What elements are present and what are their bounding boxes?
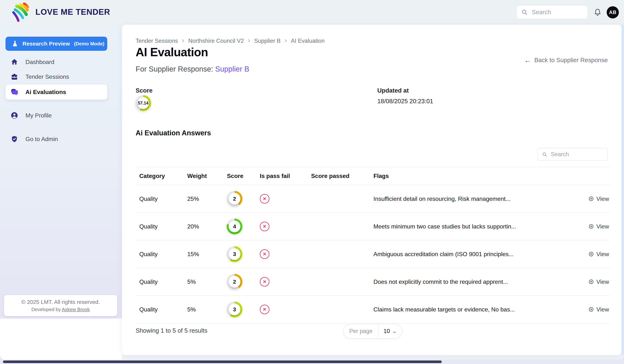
app-shell: LOVE ME TENDER AB Research Preview (Demo…	[0, 0, 624, 360]
table-footer: Showing 1 to 5 of 5 results Per page 10 …	[136, 324, 610, 339]
sidebar-item-tender-sessions[interactable]: Tender Sessions	[5, 69, 107, 84]
table-row: Quality 5% 3 ✕ Claims lack measurable ta…	[136, 296, 610, 323]
per-page-label: Per page	[344, 324, 378, 338]
page-title: AI Evaluation	[136, 45, 208, 59]
top-header: LOVE ME TENDER AB	[0, 0, 624, 25]
sidebar-item-dashboard[interactable]: Dashboard	[5, 55, 107, 69]
row-score-value: 2	[229, 193, 240, 205]
user-avatar[interactable]: AB	[607, 6, 619, 19]
table-body: Quality 25% 2 ✕ Insufficient detail on r…	[136, 185, 610, 323]
copyright-text: © 2025 LMT. All rights reserved.	[21, 299, 100, 305]
sidebar-item-label: Dashboard	[26, 59, 54, 66]
fail-circle-x-icon: ✕	[260, 222, 269, 231]
search-icon	[542, 151, 547, 157]
research-preview-button[interactable]: Research Preview (Demo Mode)	[5, 37, 107, 51]
row-flags: Meets minimum two case studies but lacks…	[370, 223, 575, 230]
app-logo[interactable]: LOVE ME TENDER	[10, 1, 110, 23]
breadcrumb-item[interactable]: Tender Sessions	[136, 38, 178, 44]
eye-icon	[588, 307, 594, 312]
breadcrumb-item[interactable]: AI Evaluation	[291, 38, 325, 44]
row-flags: Does not explicitly commit to the requir…	[370, 278, 575, 285]
table-header-row: Category Weight Score Is pass fail Score…	[136, 167, 610, 185]
row-flags: Claims lack measurable targets or eviden…	[370, 306, 575, 313]
row-flags: Ambiguous accreditation claim (ISO 9001 …	[370, 251, 575, 258]
view-label: View	[596, 223, 609, 230]
view-link[interactable]: View	[588, 195, 609, 202]
fail-circle-x-icon: ✕	[260, 277, 269, 287]
row-weight: 5%	[183, 306, 223, 313]
sidebar-footer: © 2025 LMT. All rights reserved. Develop…	[4, 295, 117, 316]
home-icon	[10, 58, 19, 66]
table-row: Quality 15% 3 ✕ Ambiguous accreditation …	[136, 241, 610, 268]
search-input[interactable]	[531, 8, 583, 16]
sidebar-item-my-profile[interactable]: My Profile	[5, 108, 107, 123]
fail-circle-x-icon: ✕	[260, 305, 269, 314]
horizontal-scrollbar[interactable]	[3, 361, 442, 363]
per-page-value: 10	[384, 328, 390, 335]
profile-icon	[10, 111, 19, 120]
sidebar-item-ai-evaluations[interactable]: Ai Evaluations	[5, 84, 107, 99]
sidebar-item-go-to-admin[interactable]: Go to Admin	[5, 132, 107, 146]
sidebar-item-label: Go to Admin	[26, 136, 58, 143]
sidebar-item-label: My Profile	[26, 112, 52, 119]
breadcrumb-chevron-icon: ›	[182, 37, 184, 44]
developer-link[interactable]: Askew Brook	[62, 307, 90, 312]
arrow-left-icon: ←	[524, 56, 531, 64]
global-search[interactable]	[516, 5, 588, 19]
table-search-input[interactable]	[550, 151, 603, 158]
chat-bubbles-icon	[10, 88, 19, 96]
table-row: Quality 20% 4 ✕ Meets minimum two case s…	[136, 213, 610, 241]
row-score-donut: 4	[227, 218, 242, 234]
view-link[interactable]: View	[588, 278, 609, 285]
row-weight: 5%	[183, 278, 223, 285]
view-label: View	[596, 251, 609, 258]
score-gauge: 57.14	[135, 95, 151, 111]
view-label: View	[596, 278, 609, 285]
vertical-scrollbar[interactable]	[622, 25, 624, 355]
updated-at-value: 18/08/2025 20:23:01	[377, 98, 433, 105]
column-header: Flags	[370, 172, 575, 179]
row-score-donut: 3	[227, 301, 242, 317]
per-page-select[interactable]: 10 ⌄	[378, 324, 402, 338]
column-header: Score	[223, 172, 256, 179]
score-gauge-value: 57.14	[137, 97, 149, 109]
view-link[interactable]: View	[588, 251, 609, 258]
column-header: Score passed	[307, 172, 370, 179]
row-category: Quality	[136, 306, 183, 313]
row-score-value: 3	[229, 248, 240, 260]
row-score-donut: 3	[227, 246, 242, 262]
research-preview-label: Research Preview	[23, 41, 70, 47]
breadcrumb: Tender Sessions›Northshire Council V2›Su…	[136, 38, 325, 44]
main-content-card: Tender Sessions›Northshire Council V2›Su…	[122, 25, 622, 355]
demo-mode-label: (Demo Mode)	[74, 41, 104, 47]
view-link[interactable]: View	[588, 223, 609, 230]
supplier-link[interactable]: Supplier B	[215, 65, 249, 73]
row-score-donut: 2	[227, 191, 242, 207]
sidebar-item-label: Tender Sessions	[26, 73, 69, 80]
table-row: Quality 5% 2 ✕ Does not explicitly commi…	[136, 268, 610, 296]
row-category: Quality	[136, 251, 183, 258]
view-link[interactable]: View	[588, 306, 609, 313]
developed-by-text: Developed by Askew Brook	[31, 307, 90, 312]
row-score-value: 4	[229, 220, 240, 232]
row-score-value: 3	[229, 304, 240, 315]
eye-icon	[588, 196, 594, 202]
updated-at-label: Updated at	[377, 87, 409, 94]
row-category: Quality	[136, 195, 183, 202]
breadcrumb-item[interactable]: Supplier B	[254, 38, 281, 44]
breadcrumb-item[interactable]: Northshire Council V2	[188, 38, 244, 44]
shield-check-icon	[10, 135, 19, 143]
back-to-supplier-response-link[interactable]: ← Back to Supplier Response	[524, 56, 608, 64]
table-row: Quality 25% 2 ✕ Insufficient detail on r…	[136, 185, 610, 213]
per-page-control: Per page 10 ⌄	[343, 324, 402, 339]
breadcrumb-chevron-icon: ›	[285, 37, 287, 44]
table-search[interactable]	[537, 148, 608, 161]
row-score-donut: 2	[227, 274, 242, 290]
row-score-value: 2	[229, 276, 240, 288]
rainbow-brush-icon	[10, 1, 32, 23]
row-weight: 15%	[183, 251, 223, 258]
flask-icon	[11, 40, 19, 47]
notifications-bell-icon[interactable]	[593, 8, 602, 17]
breadcrumb-chevron-icon: ›	[248, 37, 250, 44]
column-header: Weight	[183, 172, 223, 179]
